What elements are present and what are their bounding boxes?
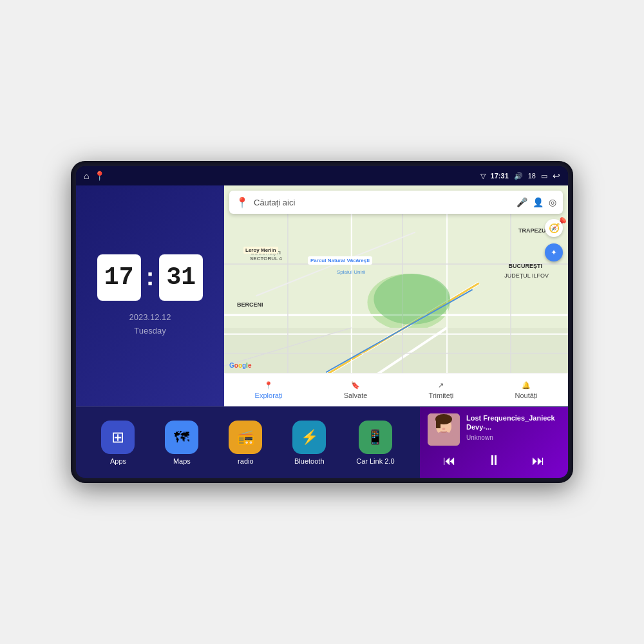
bucuresti-label: BUCUREȘTI: [508, 263, 542, 269]
map-search-bar[interactable]: 📍 Căutați aici 🎤 👤 ◎: [229, 191, 563, 214]
radio-icon-symbol: 📻: [237, 429, 254, 446]
music-title: Lost Frequencies_Janieck Devy-...: [466, 413, 560, 432]
clock-hours: 17: [97, 254, 141, 301]
volume-level: 18: [528, 172, 536, 180]
parcul-label: Parcul Natural Văcărești: [308, 256, 372, 265]
clock-date: 2023.12.12 Tuesday: [129, 311, 171, 338]
explore-icon: 📍: [264, 381, 273, 390]
map-nav-news[interactable]: 🔔 Noutăți: [515, 381, 538, 399]
clock-minutes: 31: [159, 254, 203, 301]
signal-icon: ▽: [480, 172, 486, 180]
map-panel[interactable]: 📍 Căutați aici 🎤 👤 ◎ TRAPEZULUI BUCUREȘT…: [224, 185, 568, 406]
carlink-icon-symbol: 📱: [366, 429, 384, 446]
map-background: 📍 Căutați aici 🎤 👤 ◎ TRAPEZULUI BUCUREȘT…: [224, 185, 568, 406]
svg-point-24: [442, 428, 446, 430]
clock-panel: 17 : 31 2023.12.12 Tuesday: [76, 185, 224, 406]
app-item-carlink[interactable]: 📱 Car Link 2.0: [356, 421, 394, 465]
map-nav-send[interactable]: ↗ Trimiteți: [429, 381, 454, 399]
splaiul-label: Splaiul Unirii: [337, 269, 365, 275]
music-controls: ⏮ ⏸ ⏭: [428, 450, 560, 471]
music-artist: Unknown: [466, 434, 560, 441]
clock-date-value: 2023.12.12: [129, 311, 171, 325]
top-section: 17 : 31 2023.12.12 Tuesday: [76, 185, 568, 406]
device-screen: ⌂ 📍 ▽ 17:31 🔊 18 ▭ ↩ 17 :: [76, 166, 568, 478]
app-item-apps[interactable]: ⊞ Apps: [101, 421, 135, 465]
app-item-maps[interactable]: 🗺 Maps: [165, 421, 198, 465]
maps-status-icon[interactable]: 📍: [94, 171, 105, 181]
saved-icon: 🔖: [351, 381, 360, 390]
bottom-section: ⊞ Apps 🗺 Maps 📻: [76, 407, 568, 478]
bluetooth-label: Bluetooth: [294, 457, 324, 465]
maps-icon-symbol: 🗺: [174, 428, 189, 446]
news-label: Noutăți: [515, 392, 538, 399]
music-meta: Lost Frequencies_Janieck Devy-... Unknow…: [466, 413, 560, 441]
radio-icon-bg: 📻: [229, 421, 262, 454]
send-label: Trimiteți: [429, 392, 454, 399]
clock-sep: :: [146, 254, 155, 301]
clock-day: Tuesday: [129, 325, 171, 338]
radio-label: radio: [238, 457, 253, 465]
bluetooth-icon-symbol: ⚡: [301, 429, 318, 446]
back-icon[interactable]: ↩: [553, 171, 560, 181]
compass-button[interactable]: 🧭: [545, 219, 563, 237]
carlink-label: Car Link 2.0: [356, 457, 394, 465]
send-icon: ↗: [438, 381, 444, 390]
status-left-icons: ⌂ 📍: [84, 171, 105, 181]
battery-icon: ▭: [541, 172, 547, 180]
mic-icon[interactable]: 🎤: [516, 197, 527, 207]
music-info: Lost Frequencies_Janieck Devy-... Unknow…: [428, 413, 560, 446]
map-bottom-nav: 📍 Explorați 🔖 Salvate ↗ Trimiteți: [224, 373, 568, 406]
car-display-device: ⌂ 📍 ▽ 17:31 🔊 18 ▭ ↩ 17 :: [71, 161, 573, 483]
map-search-actions: 🎤 👤 ◎: [516, 197, 556, 207]
app-item-bluetooth[interactable]: ⚡ Bluetooth: [292, 421, 326, 465]
music-next-button[interactable]: ⏭: [527, 451, 550, 471]
location-button[interactable]: ✦: [545, 243, 563, 261]
saved-label: Salvate: [344, 392, 368, 399]
home-icon[interactable]: ⌂: [84, 171, 89, 181]
status-time: 17:31: [491, 172, 509, 180]
google-logo: Google: [229, 362, 251, 369]
status-bar: ⌂ 📍 ▽ 17:31 🔊 18 ▭ ↩: [76, 166, 568, 185]
music-thumbnail: [428, 413, 460, 446]
judet-label: JUDEȚUL ILFOV: [504, 272, 549, 279]
app-item-radio[interactable]: 📻 radio: [229, 421, 262, 465]
explore-label: Explorați: [255, 392, 283, 399]
music-prev-button[interactable]: ⏮: [438, 451, 461, 471]
clock-display: 17 : 31: [97, 254, 204, 301]
svg-rect-26: [436, 417, 440, 428]
maps-logo-icon: 📍: [236, 196, 249, 209]
leroy-label: Leroy Merlin: [243, 247, 278, 254]
news-icon: 🔔: [522, 381, 531, 390]
status-right-info: ▽ 17:31 🔊 18 ▭ ↩: [480, 171, 560, 181]
map-nav-explore[interactable]: 📍 Explorați: [255, 381, 283, 399]
berceni-label: BERCENI: [237, 301, 263, 308]
carlink-icon-bg: 📱: [359, 421, 392, 454]
apps-label: Apps: [110, 457, 126, 465]
bluetooth-icon-bg: ⚡: [292, 421, 326, 454]
music-thumbnail-image: [428, 413, 460, 446]
map-search-text[interactable]: Căutați aici: [254, 198, 511, 207]
apps-bar: ⊞ Apps 🗺 Maps 📻: [76, 407, 420, 478]
music-panel: Lost Frequencies_Janieck Devy-... Unknow…: [420, 407, 568, 478]
apps-icon-symbol: ⊞: [111, 428, 124, 446]
maps-label: Maps: [173, 457, 191, 465]
account-icon[interactable]: 👤: [533, 197, 544, 207]
apps-icon-bg: ⊞: [101, 421, 135, 454]
volume-icon: 🔊: [514, 172, 523, 180]
music-play-button[interactable]: ⏸: [482, 450, 506, 471]
map-nav-saved[interactable]: 🔖 Salvate: [344, 381, 368, 399]
main-content: 17 : 31 2023.12.12 Tuesday: [76, 185, 568, 478]
svg-point-17: [374, 274, 450, 325]
maps-icon-bg: 🗺: [165, 421, 198, 454]
layers-icon[interactable]: ◎: [549, 197, 556, 207]
